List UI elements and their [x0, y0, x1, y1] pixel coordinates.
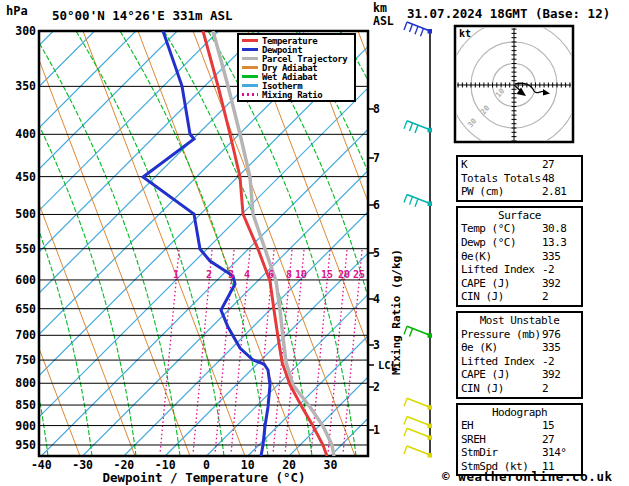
- mixing-ratio-label: 10: [290, 269, 312, 280]
- row-value: -2: [542, 355, 578, 369]
- row-label: K: [461, 158, 542, 172]
- row-value: 15: [542, 419, 578, 433]
- km-tick-label: 8: [373, 102, 395, 116]
- legend-swatch: [242, 57, 258, 60]
- row-value: 976: [542, 328, 578, 342]
- table-row: θe(K)335: [461, 250, 578, 264]
- row-label: SREH: [461, 433, 542, 447]
- km-asl-axis-label: kmASL: [373, 2, 394, 28]
- row-label: CIN (J): [461, 382, 542, 396]
- mixing-ratio-label: 1: [165, 269, 187, 280]
- row-value: 335: [542, 341, 578, 355]
- row-label: θe(K): [461, 250, 542, 264]
- mixing-ratio-label: 4: [236, 269, 258, 280]
- row-value: 2: [542, 382, 578, 396]
- row-value: 27: [542, 158, 578, 172]
- legend-swatch: [242, 66, 258, 69]
- pressure-tick-label: 750: [0, 353, 36, 367]
- hodograph-unit-label: kt: [459, 28, 471, 39]
- row-value: 392: [542, 277, 578, 291]
- row-label: Pressure (mb): [461, 328, 542, 342]
- skewt-sounding-page: 102030 hPa 50°00'N 14°26'E 331m ASL 31.0…: [0, 0, 629, 486]
- row-label: Temp (°C): [461, 222, 542, 236]
- station-title: 50°00'N 14°26'E 331m ASL: [52, 8, 233, 23]
- row-value: 335: [542, 250, 578, 264]
- row-value: 27: [542, 433, 578, 447]
- row-value: 2: [542, 290, 578, 304]
- wind-barb: [404, 428, 432, 440]
- row-value: 392: [542, 368, 578, 382]
- row-value: 30.8: [542, 222, 578, 236]
- row-value: 2.81: [542, 185, 578, 199]
- x-axis-title: Dewpoint / Temperature (°C): [39, 470, 369, 485]
- row-value: 314°: [542, 446, 578, 460]
- table-title: Surface: [461, 209, 578, 223]
- row-label: EH: [461, 419, 542, 433]
- stats-tables: K27Totals Totals48PW (cm)2.81SurfaceTemp…: [456, 155, 583, 480]
- pressure-tick-label: 450: [0, 170, 36, 184]
- table-row: CIN (J)2: [461, 290, 578, 304]
- table-row: StmDir314°: [461, 446, 578, 460]
- pressure-tick-label: 650: [0, 302, 36, 316]
- pressure-tick-label: 700: [0, 328, 36, 342]
- km-tick-label: 7: [373, 151, 395, 165]
- row-value: 13.3: [542, 236, 578, 250]
- wind-barb: [404, 22, 432, 36]
- row-value: -2: [542, 263, 578, 277]
- pressure-tick-label: 900: [0, 419, 36, 433]
- table-row: K27: [461, 158, 578, 172]
- mixing-ratio-axis-label: Mixing Ratio (g/kg): [390, 195, 405, 430]
- table: HodographEH15SREH27StmDir314°StmSpd (kt)…: [456, 403, 583, 477]
- table-row: CIN (J)2: [461, 382, 578, 396]
- pressure-tick-label: 300: [0, 24, 36, 38]
- legend: TemperatureDewpointParcel TrajectoryDry …: [237, 33, 356, 102]
- row-label: Totals Totals: [461, 172, 542, 186]
- datetime-title: 31.07.2024 18GMT (Base: 12): [407, 6, 610, 21]
- row-label: Lifted Index: [461, 355, 542, 369]
- hodograph: 102030: [450, 21, 579, 150]
- asl-label: ASL: [373, 15, 394, 28]
- row-label: Lifted Index: [461, 263, 542, 277]
- table-title: Most Unstable: [461, 314, 578, 328]
- table-row: CAPE (J)392: [461, 277, 578, 291]
- pressure-unit-label: hPa: [6, 4, 28, 18]
- pressure-tick-label: 950: [0, 438, 36, 452]
- table-row: Totals Totals48: [461, 172, 578, 186]
- legend-swatch: [242, 48, 258, 51]
- mixing-ratio-label: 2: [198, 269, 220, 280]
- legend-swatch: [242, 93, 258, 96]
- table-row: Lifted Index-2: [461, 263, 578, 277]
- legend-swatch: [242, 39, 258, 42]
- wind-barb: [404, 195, 432, 207]
- wind-barb: [404, 121, 432, 133]
- pressure-tick-label: 500: [0, 207, 36, 221]
- table-row: CAPE (J)392: [461, 368, 578, 382]
- table: K27Totals Totals48PW (cm)2.81: [456, 155, 583, 202]
- row-label: θe (K): [461, 341, 542, 355]
- table-row: EH15: [461, 419, 578, 433]
- copyright: © weatheronline.co.uk: [442, 469, 613, 484]
- row-label: CAPE (J): [461, 277, 542, 291]
- legend-label: Mixing Ratio: [262, 90, 322, 100]
- table-row: θe (K)335: [461, 341, 578, 355]
- table-row: PW (cm)2.81: [461, 185, 578, 199]
- table-row: Pressure (mb)976: [461, 328, 578, 342]
- table-row: Lifted Index-2: [461, 355, 578, 369]
- legend-swatch: [242, 84, 258, 87]
- table: Most UnstablePressure (mb)976θe (K)335Li…: [456, 311, 583, 399]
- pressure-tick-label: 600: [0, 273, 36, 287]
- wind-barb: [404, 326, 432, 338]
- row-value: 48: [542, 172, 578, 186]
- row-label: Dewp (°C): [461, 236, 542, 250]
- pressure-tick-label: 400: [0, 127, 36, 141]
- pressure-tick-label: 550: [0, 242, 36, 256]
- pressure-tick-label: 350: [0, 79, 36, 93]
- pressure-tick-label: 800: [0, 376, 36, 390]
- row-label: PW (cm): [461, 185, 542, 199]
- mixing-ratio-label: 25: [348, 269, 370, 280]
- wind-barb-staff: [404, 22, 432, 458]
- legend-item: Mixing Ratio: [242, 90, 352, 99]
- table-row: Temp (°C)30.8: [461, 222, 578, 236]
- table: SurfaceTemp (°C)30.8Dewp (°C)13.3θe(K)33…: [456, 206, 583, 307]
- legend-swatch: [242, 75, 258, 78]
